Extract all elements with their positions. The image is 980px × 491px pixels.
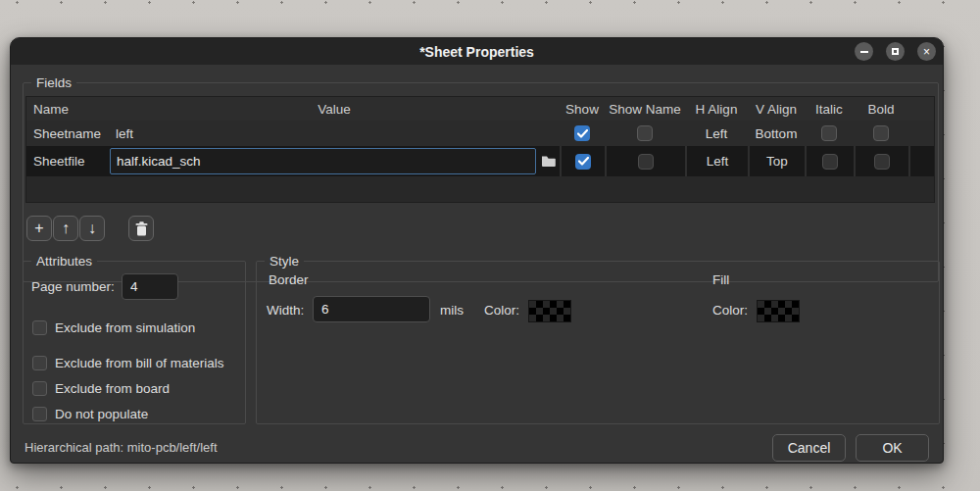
table-row-sheetname: Sheetname left Left Bottom (26, 121, 934, 146)
checkbox-unchecked-icon[interactable] (637, 125, 653, 141)
fill-section-label: Fill (712, 272, 729, 287)
cell-show[interactable] (560, 121, 605, 146)
cell-value[interactable]: left (109, 121, 560, 146)
col-header-value[interactable]: Value (109, 97, 560, 121)
add-field-button[interactable]: + (26, 216, 52, 241)
col-header-italic[interactable]: Italic (805, 97, 854, 121)
fill-color-swatch[interactable] (757, 300, 800, 322)
col-header-v-align[interactable]: V Align (748, 97, 805, 121)
folder-icon (541, 155, 556, 168)
sheetfile-value-input[interactable] (110, 148, 536, 174)
cell-v-align[interactable]: Top (748, 146, 805, 176)
cell-show-name[interactable] (605, 121, 685, 146)
border-section-label: Border (269, 272, 309, 287)
cell-value (109, 146, 560, 176)
exclude-board-checkbox[interactable]: Exclude from board (32, 381, 170, 396)
checkbox-unchecked-icon[interactable] (32, 407, 47, 421)
cell-show[interactable] (560, 146, 605, 176)
page-number-label: Page number: (31, 279, 122, 294)
cell-name[interactable]: Sheetname (26, 121, 109, 146)
close-icon[interactable]: × (917, 42, 936, 61)
do-not-populate-checkbox[interactable]: Do not populate (32, 407, 148, 421)
cell-bold[interactable] (854, 146, 908, 176)
exclude-bom-checkbox[interactable]: Exclude from bill of materials (32, 356, 224, 370)
move-down-button[interactable]: ↓ (79, 216, 105, 241)
table-row-sheetfile: Sheetfile Left Top (26, 146, 934, 176)
cell-show-name[interactable] (605, 146, 685, 176)
arrow-down-icon: ↓ (88, 221, 96, 236)
checkbox-unchecked-icon[interactable] (32, 381, 47, 396)
checkbox-label: Exclude from simulation (55, 320, 195, 335)
titlebar[interactable]: *Sheet Properties × (11, 38, 943, 65)
checkbox-checked-icon[interactable] (575, 154, 591, 170)
fields-group: Fields Name Value Show Show Name H Align… (23, 82, 939, 282)
fields-table-header: Name Value Show Show Name H Align V Alig… (26, 97, 934, 121)
fill-color-label: Color: (712, 303, 748, 318)
hierarchical-path: Hierarchical path: mito-pcb/left/left (24, 440, 218, 455)
browse-file-button[interactable] (536, 148, 560, 174)
cell-h-align[interactable]: Left (685, 146, 748, 176)
checkbox-unchecked-icon[interactable] (638, 154, 654, 170)
trash-icon (135, 221, 148, 236)
col-header-bold[interactable]: Bold (854, 97, 908, 121)
ok-button[interactable]: OK (856, 434, 929, 462)
checkbox-unchecked-icon[interactable] (873, 125, 889, 141)
sheet-properties-dialog: *Sheet Properties × Fields Name Value Sh… (10, 37, 944, 464)
page-number-input[interactable] (122, 273, 178, 300)
checkbox-label: Exclude from bill of materials (55, 356, 224, 370)
checkbox-unchecked-icon[interactable] (32, 356, 47, 370)
style-group: Style Border Width: mils Color: Fill Col… (256, 261, 940, 424)
move-up-button[interactable]: ↑ (53, 216, 78, 241)
border-width-label: Width: (267, 303, 304, 318)
attributes-group-label: Attributes (31, 253, 97, 270)
cell-italic[interactable] (805, 146, 854, 176)
cell-italic[interactable] (805, 121, 854, 146)
fields-group-label: Fields (31, 74, 76, 91)
arrow-up-icon: ↑ (62, 221, 70, 236)
cell-v-align[interactable]: Bottom (748, 121, 805, 146)
col-header-show[interactable]: Show (560, 97, 605, 121)
border-color-swatch[interactable] (528, 300, 571, 322)
border-width-unit: mils (440, 303, 464, 318)
border-width-input[interactable] (313, 296, 430, 322)
fields-table: Name Value Show Show Name H Align V Alig… (25, 96, 935, 203)
checkbox-label: Exclude from board (55, 381, 170, 396)
col-header-h-align[interactable]: H Align (685, 97, 748, 121)
fields-toolbar: + ↑ ↓ (26, 216, 155, 241)
delete-field-button[interactable] (128, 216, 154, 241)
exclude-simulation-checkbox[interactable]: Exclude from simulation (32, 320, 195, 335)
checkbox-unchecked-icon[interactable] (821, 125, 837, 141)
style-group-label: Style (265, 253, 304, 270)
checkbox-checked-icon[interactable] (574, 125, 590, 141)
page-number-row: Page number: (31, 273, 178, 300)
minimize-icon[interactable] (855, 42, 873, 61)
checkbox-label: Do not populate (55, 407, 148, 421)
cell-h-align[interactable]: Left (685, 121, 748, 146)
border-color-label: Color: (484, 303, 519, 318)
maximize-icon[interactable] (886, 42, 905, 61)
col-header-name[interactable]: Name (26, 97, 109, 121)
checkbox-unchecked-icon[interactable] (822, 154, 838, 170)
window-controls: × (855, 42, 936, 61)
checkbox-unchecked-icon[interactable] (874, 154, 890, 170)
checkbox-unchecked-icon[interactable] (32, 320, 47, 335)
table-empty-area (26, 176, 934, 202)
cell-bold[interactable] (854, 121, 908, 146)
plus-icon: + (34, 221, 43, 236)
col-header-show-name[interactable]: Show Name (605, 97, 685, 121)
dialog-title: *Sheet Properties (419, 44, 534, 60)
attributes-group: Attributes Page number: Exclude from sim… (23, 261, 246, 424)
cell-name[interactable]: Sheetfile (26, 146, 109, 176)
cancel-button[interactable]: Cancel (772, 434, 846, 462)
